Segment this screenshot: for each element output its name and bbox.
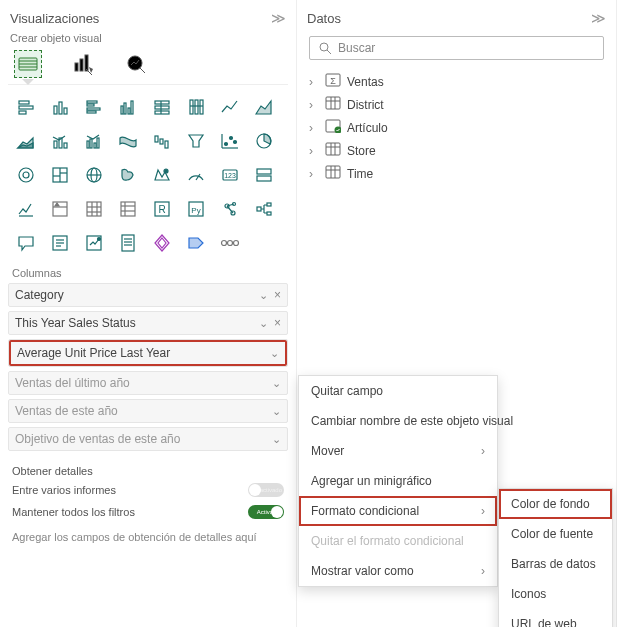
viz-qna-icon[interactable] [12,229,40,257]
viz-goals-icon[interactable] [80,229,108,257]
collapse-icon[interactable]: ≫ [591,10,606,26]
expand-icon[interactable] [309,167,319,181]
viz-gauge-icon[interactable] [182,161,210,189]
chevron-down-icon[interactable]: ⌄ [272,377,281,390]
chevron-down-icon[interactable]: ⌄ [270,347,279,360]
remove-icon[interactable]: × [274,288,281,302]
chevron-down-icon[interactable]: ⌄ [259,289,268,302]
viz-clustered-column-icon[interactable] [114,93,142,121]
viz-scatter-icon[interactable] [216,127,244,155]
menu-item[interactable]: Mover› [299,436,497,466]
chevron-down-icon[interactable]: ⌄ [259,317,268,330]
build-visual-icon[interactable] [14,50,42,78]
columns-label: Columnas [8,257,288,283]
viz-funnel-icon[interactable] [182,127,210,155]
table-node[interactable]: Artículo [309,116,604,139]
menu-item[interactable]: Cambiar nombre de este objeto visual [299,406,497,436]
viz-paginated-icon[interactable] [114,229,142,257]
svg-point-41 [225,143,228,146]
svg-rect-24 [155,106,169,109]
viz-pie-icon[interactable] [250,127,278,155]
menu-item-label: Barras de datos [511,557,596,571]
expand-icon[interactable] [309,121,319,135]
menu-item-label: URL de web [511,617,577,627]
svg-rect-34 [87,141,89,148]
svg-text:Σ: Σ [330,76,336,86]
viz-100-bar-icon[interactable] [148,93,176,121]
menu-item[interactable]: Iconos [499,579,612,609]
viz-key-influencers-icon[interactable] [216,195,244,223]
chevron-down-icon[interactable]: ⌄ [272,433,281,446]
menu-item[interactable]: Color de fuente [499,519,612,549]
viz-py-icon[interactable]: Py [182,195,210,223]
viz-filled-map-icon[interactable] [114,161,142,189]
field-row[interactable]: This Year Sales Status ⌄ × [9,312,287,334]
keep-filters-toggle[interactable]: Activar [248,505,284,519]
viz-slicer-icon[interactable] [46,195,74,223]
svg-rect-5 [80,59,83,71]
field-row[interactable]: Category ⌄ × [9,284,287,306]
expand-icon[interactable] [309,98,319,112]
cross-report-toggle[interactable]: desactivado [248,483,284,497]
viz-line-stacked-icon[interactable] [46,127,74,155]
menu-item[interactable]: Mostrar valor como› [299,556,497,586]
viz-multi-card-icon[interactable] [250,161,278,189]
viz-narrative-icon[interactable] [46,229,74,257]
svg-line-99 [327,50,331,54]
table-node[interactable]: Time [309,162,604,185]
viz-card-icon[interactable]: 123 [216,161,244,189]
collapse-icon[interactable]: ≫ [271,10,286,26]
svg-rect-62 [53,202,67,216]
table-node[interactable]: Store [309,139,604,162]
viz-stacked-column-icon[interactable] [46,93,74,121]
viz-decomposition-icon[interactable] [250,195,278,223]
viz-table-icon[interactable] [80,195,108,223]
menu-item[interactable]: URL de web [499,609,612,627]
field-row[interactable]: Ventas del último año ⌄ [9,372,287,394]
viz-line-icon[interactable] [216,93,244,121]
menu-item[interactable]: Formato condicional› [299,496,497,526]
viz-donut-icon[interactable] [12,161,40,189]
search-input[interactable]: Buscar [309,36,604,60]
svg-rect-28 [195,100,198,114]
viz-area-icon[interactable] [250,93,278,121]
chevron-down-icon[interactable]: ⌄ [272,405,281,418]
field-row[interactable]: Average Unit Price Last Year ⌄ [9,340,287,366]
viz-clustered-bar-icon[interactable] [80,93,108,121]
viz-azure-map-icon[interactable] [148,161,176,189]
viz-get-more-icon[interactable] [216,229,244,257]
menu-item-label: Iconos [511,587,546,601]
table-node[interactable]: District [309,93,604,116]
viz-automate-icon[interactable] [182,229,210,257]
menu-item[interactable]: Agregar un minigráfico [299,466,497,496]
format-visual-icon[interactable] [68,50,96,78]
viz-100-column-icon[interactable] [182,93,210,121]
field-row[interactable]: Ventas de este año ⌄ [9,400,287,422]
menu-item[interactable]: Quitar campo [299,376,497,406]
viz-treemap-icon[interactable] [46,161,74,189]
menu-item[interactable]: Color de fondo [499,489,612,519]
viz-map-icon[interactable] [80,161,108,189]
viz-ribbon-icon[interactable] [114,127,142,155]
viz-r-icon[interactable]: R [148,195,176,223]
viz-matrix-icon[interactable] [114,195,142,223]
viz-line-clustered-icon[interactable] [80,127,108,155]
viz-waterfall-icon[interactable] [148,127,176,155]
viz-powerapps-icon[interactable] [148,229,176,257]
svg-line-8 [140,68,145,73]
analytics-icon[interactable] [122,50,150,78]
svg-rect-15 [87,101,97,103]
remove-icon[interactable]: × [274,316,281,330]
field-row[interactable]: Objetivo de ventas de este año ⌄ [9,428,287,450]
svg-point-43 [234,141,237,144]
table-node[interactable]: Σ Ventas [309,70,604,93]
expand-icon[interactable] [309,144,319,158]
viz-kpi-icon[interactable] [12,195,40,223]
viz-stacked-area-icon[interactable] [12,127,40,155]
viz-stacked-bar-icon[interactable] [12,93,40,121]
menu-item-label: Agregar un minigráfico [311,474,432,488]
field-label: Ventas de este año [15,404,118,418]
drillthrough-drop-hint[interactable]: Agregar los campos de obtención de detal… [8,523,288,551]
menu-item[interactable]: Barras de datos [499,549,612,579]
expand-icon[interactable] [309,75,319,89]
